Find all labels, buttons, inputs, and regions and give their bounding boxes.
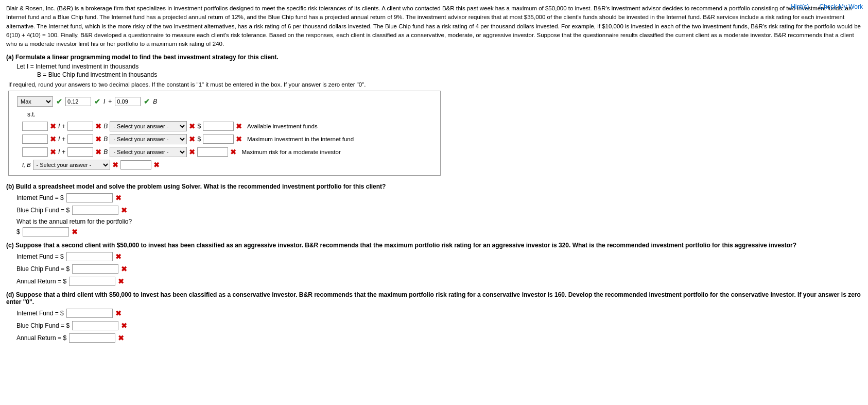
st-label: s.t. [27,111,432,118]
b-internet-fund-row: Internet Fund = $ ✖ [16,193,862,202]
plus-1: + [108,98,112,105]
ib-vars-label: I, B [22,162,31,168]
c-internet-error[interactable]: ✖ [115,252,121,261]
c3-I-label: I [58,148,60,156]
c2-inequality-select[interactable]: - Select your answer - ≤≥= [110,134,187,144]
c2-coeff-I-error[interactable]: ✖ [50,135,56,143]
c3-coeff-B[interactable] [67,147,93,157]
c3-inequality-select[interactable]: - Select your answer - ≤≥= [110,147,187,157]
c1-rhs[interactable] [203,122,234,131]
c-annual-return-row: Annual Return = $ ✖ [16,277,862,286]
b-bluechip-fund-row: Blue Chip Fund = $ ✖ [16,206,862,215]
b-bluechip-error[interactable]: ✖ [121,206,127,214]
c2-dropdown-error[interactable]: ✖ [189,135,195,143]
c1-coeff-I-error[interactable]: ✖ [50,122,56,130]
d-internet-input[interactable] [66,309,113,318]
c2-coeff-B-error[interactable]: ✖ [95,135,101,143]
constraint-row-1: ✖ I + ✖ B - Select your answer - ≤≥= ✖ $… [22,121,432,131]
c3-plus: + [62,148,65,156]
constraint-row-3: ✖ I + ✖ B - Select your answer - ≤≥= ✖ ✖… [22,147,432,157]
d-bluechip-input[interactable] [72,321,118,330]
c1-plus: + [62,123,65,130]
part-d-label: (d) Suppose that a third client with $50… [6,291,862,306]
b-internet-label: Internet Fund = $ [16,194,64,201]
c1-dollar: $ [197,123,201,130]
c3-coeff-B-error[interactable]: ✖ [95,148,101,156]
c2-rhs-error[interactable]: ✖ [236,135,242,143]
top-bar: Hint(s) Check My Work [791,3,863,10]
c2-coeff-I[interactable] [22,134,48,144]
max-check-icon: ✔ [56,97,62,106]
b-annual-input[interactable] [23,227,69,237]
c-bluechip-label: Blue Chip Fund = $ [16,265,70,273]
c3-B-label: B [103,148,108,156]
c2-coeff-B[interactable] [67,134,93,144]
c-internet-input[interactable] [66,252,113,261]
c1-coeff-I[interactable] [22,122,48,131]
b-annual-return-row: $ ✖ [16,227,862,237]
max-coeff-I-input[interactable] [65,97,91,106]
c-bluechip-input[interactable] [72,264,118,274]
c2-dollar: $ [197,136,201,143]
nn-inequality-select[interactable]: - Select your answer - ≥≤= [33,160,110,170]
c3-rhs-error[interactable]: ✖ [230,148,236,156]
d-annual-return-row: Annual Return = $ ✖ [16,333,862,343]
c3-rhs[interactable] [197,147,228,157]
b-internet-error[interactable]: ✖ [115,194,121,202]
b-internet-input[interactable] [66,193,113,202]
c2-B-label: B [103,136,108,143]
c3-label: Maximum risk for a moderate investor [241,149,340,155]
b-annual-error[interactable]: ✖ [72,228,78,236]
d-bluechip-fund-row: Blue Chip Fund = $ ✖ [16,321,862,330]
max-row: Max Min ✔ ✔ I + ✔ B [17,96,432,107]
c-bluechip-error[interactable]: ✖ [121,265,127,273]
coeff-I-check-icon: ✔ [94,97,100,106]
instruction-text: If required, round your answers to two d… [8,81,862,88]
nn-rhs[interactable] [120,160,151,170]
part-b-label: (b) Build a spreadsheet model and solve … [6,183,862,190]
c-annual-input[interactable] [69,277,115,286]
c3-coeff-I[interactable] [22,147,48,157]
c2-rhs[interactable] [203,134,234,144]
c1-B-label: B [103,123,108,130]
part-a-variables: Let I = Internet fund investment in thou… [16,63,862,78]
d-bluechip-error[interactable]: ✖ [121,322,127,330]
c1-coeff-B-error[interactable]: ✖ [95,122,101,130]
c-annual-label: Annual Return = $ [16,278,66,285]
d-internet-label: Internet Fund = $ [16,310,64,317]
c2-plus: + [62,136,65,143]
let-B: B = Blue Chip fund investment in thousan… [37,71,862,78]
c1-coeff-B[interactable] [67,122,93,131]
part-c-label: (c) Suppose that a second client with $5… [6,242,862,249]
b-bluechip-input[interactable] [72,206,118,215]
part-a-label: (a) Formulate a linear programming model… [6,54,862,61]
nn-rhs-error[interactable]: ✖ [153,161,160,169]
c1-rhs-error[interactable]: ✖ [236,122,242,130]
c1-inequality-select[interactable]: - Select your answer - ≤≥= [110,121,187,131]
hint-link[interactable]: Hint(s) [791,3,809,10]
c1-dropdown-error[interactable]: ✖ [189,122,195,130]
c3-dropdown-error[interactable]: ✖ [189,148,195,156]
d-internet-fund-row: Internet Fund = $ ✖ [16,309,862,318]
max-select[interactable]: Max Min [17,96,53,107]
c1-label: Available investment funds [247,123,318,129]
d-annual-label: Annual Return = $ [16,334,66,342]
c1-I-label: I [58,123,60,130]
max-coeff-B-input[interactable] [115,97,141,106]
b-annual-question: What is the annual return for the portfo… [16,218,862,225]
nn-dropdown-error[interactable]: ✖ [112,161,118,169]
c-internet-fund-row: Internet Fund = $ ✖ [16,252,862,261]
d-annual-input[interactable] [69,333,115,343]
c-annual-error[interactable]: ✖ [118,277,124,285]
constraint-row-2: ✖ I + ✖ B - Select your answer - ≤≥= ✖ $… [22,134,432,144]
c-bluechip-fund-row: Blue Chip Fund = $ ✖ [16,264,862,274]
nonnegativity-row: I, B - Select your answer - ≥≤= ✖ ✖ [22,160,432,170]
let-I: Let I = Internet fund investment in thou… [16,63,862,70]
d-internet-error[interactable]: ✖ [115,309,121,317]
d-annual-error[interactable]: ✖ [118,334,124,342]
c2-label: Maximum investment in the internet fund [247,136,354,142]
b-bluechip-label: Blue Chip Fund = $ [16,207,70,214]
check-work-link[interactable]: Check My Work [820,3,863,10]
coeff-B-check-icon: ✔ [144,97,150,106]
c3-coeff-I-error[interactable]: ✖ [50,148,56,156]
